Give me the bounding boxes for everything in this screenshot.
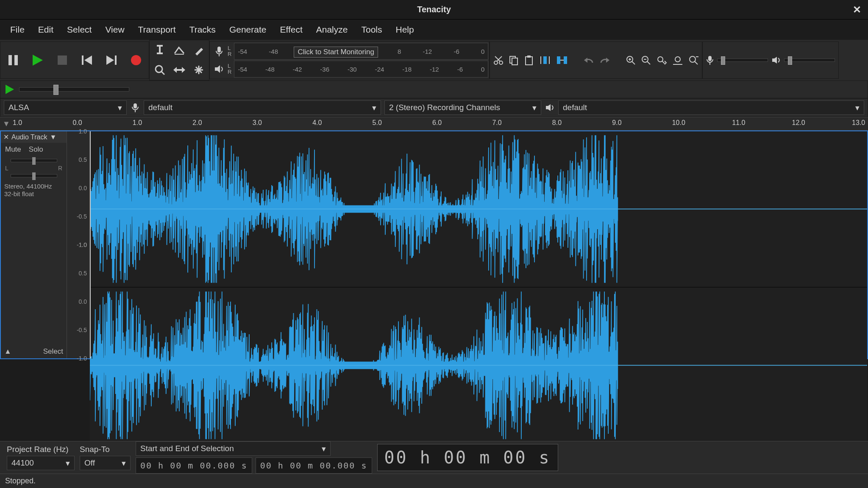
selection-tool-icon[interactable] [150,41,169,60]
mixer-toolbar [702,42,839,79]
rec-vol-mic-icon [706,55,714,65]
selection-end-field[interactable]: 00 h 00 m 00.000 s [256,458,372,474]
paste-icon[interactable] [524,55,534,65]
waveform-channel-left[interactable] [90,131,867,288]
rec-lr-labels: LR [228,45,234,57]
multi-tool-icon[interactable] [189,61,208,79]
svg-rect-0 [8,55,12,65]
svg-rect-55 [708,56,712,61]
fit-selection-icon[interactable] [656,55,667,65]
project-rate-label: Project Rate (Hz) [7,445,75,454]
svg-marker-2 [33,55,43,66]
track-name[interactable]: Audio Track [11,133,47,141]
menu-transport[interactable]: Transport [131,21,183,38]
mute-button[interactable]: Mute [5,145,21,154]
project-rate-dropdown[interactable]: 44100▾ [7,456,75,470]
track-collapse-icon[interactable]: ▲ [4,347,11,356]
snap-to-dropdown[interactable]: Off▾ [80,456,131,470]
svg-rect-31 [526,57,532,65]
playback-device-dropdown[interactable]: default▾ [558,100,864,115]
selection-mode-dropdown[interactable]: Start and End of Selection▾ [136,441,331,456]
menu-select[interactable]: Select [60,21,98,38]
recording-meter[interactable]: -54 -48 -4 . . . 8 -12 -6 0 Click to Sta… [234,43,488,60]
svg-rect-3 [58,55,67,65]
menu-effect[interactable]: Effect [273,21,309,38]
menubar: File Edit Select View Transport Tracks G… [0,19,868,40]
track-close-icon[interactable]: ✕ [3,133,9,141]
track-select-button[interactable]: Select [43,347,63,356]
record-button[interactable] [130,54,142,66]
speaker-icon[interactable] [212,64,226,74]
draw-tool-icon[interactable] [189,41,208,60]
copy-icon[interactable] [509,55,519,65]
edit-toolbar [490,42,702,79]
titlebar: Tenacity ✕ [0,0,868,19]
svg-marker-57 [772,57,777,64]
menu-help[interactable]: Help [389,21,421,38]
close-icon[interactable]: ✕ [853,4,861,16]
svg-rect-37 [564,56,567,64]
svg-marker-15 [173,67,177,73]
solo-button[interactable]: Solo [29,145,43,154]
waveform-area[interactable] [90,131,867,358]
track-pan-slider[interactable] [11,174,57,177]
menu-edit[interactable]: Edit [31,21,60,38]
silence-icon[interactable] [556,55,568,65]
audio-position-display[interactable]: 00 h 00 m 00 s [377,444,558,471]
selection-start-field[interactable]: 00 h 00 m 00.000 s [136,458,252,474]
track-gain-slider[interactable] [11,159,57,162]
svg-rect-4 [82,55,83,65]
skip-end-button[interactable] [106,54,117,66]
zoom-tool-icon[interactable] [150,61,169,79]
audio-host-dropdown[interactable]: ALSA▾ [4,100,127,115]
cut-icon[interactable] [493,55,504,65]
recording-device-dropdown[interactable]: default▾ [144,100,381,115]
svg-rect-22 [217,47,221,53]
redo-icon[interactable] [599,56,610,64]
stop-button[interactable] [56,54,68,66]
waveform-channel-right[interactable] [90,288,867,444]
svg-marker-39 [584,58,587,63]
start-monitoring-hint[interactable]: Click to Start Monitoring [294,47,378,58]
mic-icon[interactable] [212,46,226,57]
play-at-speed-button[interactable] [6,85,14,94]
playback-volume-slider[interactable] [784,58,835,62]
timeshift-tool-icon[interactable] [170,61,189,79]
fit-project-icon[interactable] [672,55,683,65]
skip-start-button[interactable] [81,54,93,66]
playback-meter[interactable]: -54 -48 -42 -36 -30 -24 -18 -12 -6 0 [234,61,488,78]
svg-rect-33 [543,56,547,64]
envelope-tool-icon[interactable] [170,41,189,60]
timeline-ruler[interactable]: ▼ 1.00.01.02.03.04.05.06.07.08.09.010.01… [0,117,868,130]
trim-icon[interactable] [539,55,551,65]
menu-analyze[interactable]: Analyze [309,21,355,38]
undo-icon[interactable] [583,56,594,64]
svg-point-50 [675,57,680,62]
play-lr-labels: LR [228,63,234,75]
menu-view[interactable]: View [98,21,131,38]
track-format-info: Stereo, 44100Hz 32-bit float [1,180,67,200]
menu-tracks[interactable]: Tracks [183,21,223,38]
svg-rect-59 [134,103,137,108]
playhead[interactable] [90,131,91,358]
status-bar: Stopped. [0,474,868,488]
recording-channels-dropdown[interactable]: 2 (Stereo) Recording Channels▾ [384,100,541,115]
zoom-toggle-icon[interactable] [688,55,698,65]
play-button[interactable] [32,54,44,66]
pause-button[interactable] [7,54,19,66]
timeline-pin-icon[interactable]: ▼ [0,117,13,130]
menu-file[interactable]: File [3,21,31,38]
zoom-out-icon[interactable] [641,55,651,65]
svg-line-53 [695,61,698,64]
tracks-area: ✕ Audio Track ▼ Mute Solo LR Stereo, 441… [0,130,868,359]
svg-point-52 [690,56,696,62]
menu-tools[interactable]: Tools [354,21,389,38]
play-at-speed-toolbar [0,80,868,98]
svg-marker-61 [546,104,551,111]
menu-generate[interactable]: Generate [223,21,273,38]
recording-volume-slider[interactable] [717,58,768,62]
zoom-in-icon[interactable] [626,55,636,65]
playback-speed-slider[interactable] [19,87,129,92]
track-menu-dropdown-icon[interactable]: ▼ [50,133,56,141]
svg-line-47 [647,61,650,64]
